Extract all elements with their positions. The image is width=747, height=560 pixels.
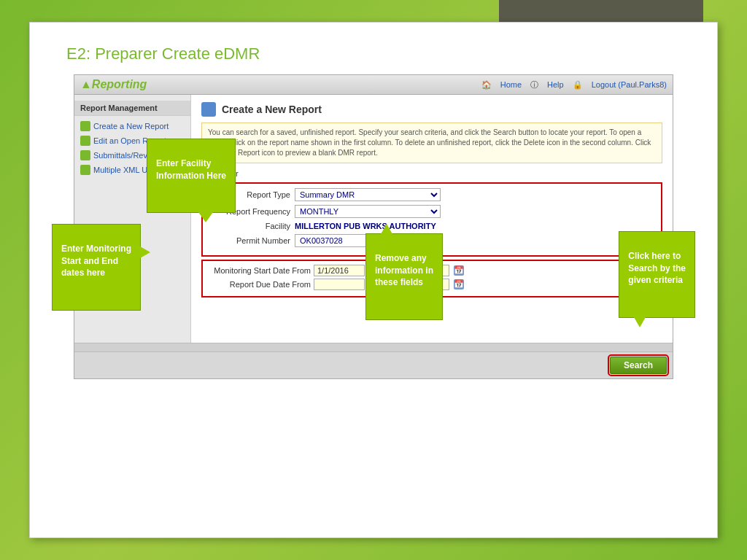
- submittals-icon: [80, 150, 90, 160]
- app-nav: 🏠 Home ⓘ Help 🔒 Logout (Paul.Parks8): [481, 79, 667, 90]
- app-bottom: Search: [74, 351, 673, 378]
- callout-facility-arrow: [198, 212, 213, 222]
- help-icon: ⓘ: [530, 79, 538, 90]
- slide-title: E2: Preparer Create eDMR: [30, 23, 717, 74]
- callout-search-arrow: [634, 317, 646, 327]
- report-due-end-cal-icon[interactable]: 📅: [454, 279, 464, 289]
- info-text: You can search for a saved, unfinished r…: [208, 128, 651, 157]
- app-logo: ▲Reporting: [80, 78, 147, 91]
- page-title: Create a New Report: [222, 104, 322, 115]
- callout-remove: Remove any information in these fields: [365, 233, 443, 320]
- report-type-select[interactable]: Summary DMR: [295, 188, 441, 201]
- monitoring-start-label: Monitoring Start Date From: [209, 266, 311, 275]
- home-link[interactable]: Home: [500, 80, 522, 89]
- app-header: ▲Reporting 🏠 Home ⓘ Help 🔒 Logout (Paul.…: [74, 75, 673, 95]
- xml-upload-icon: [80, 165, 90, 175]
- help-link[interactable]: Help: [547, 80, 564, 89]
- page-heading-icon: [201, 102, 216, 117]
- monitoring-start-from-input[interactable]: [314, 265, 365, 276]
- report-frequency-row: Report Frequency MONTHLY: [210, 205, 654, 218]
- permit-number-label: Permit Number: [210, 236, 290, 245]
- sidebar-item-create[interactable]: Create a New Report: [74, 119, 190, 133]
- callout-monitoring: Enter Monitoring Start and End dates her…: [52, 224, 141, 311]
- edit-report-icon: [80, 136, 90, 146]
- logout-icon: 🔒: [573, 80, 583, 90]
- app-window: ▲Reporting 🏠 Home ⓘ Help 🔒 Logout (Paul.…: [74, 74, 673, 379]
- info-box: You can search for a saved, unfinished r…: [201, 122, 662, 163]
- callout-remove-arrow: [381, 224, 392, 234]
- app-wrapper: ▲Reporting 🏠 Home ⓘ Help 🔒 Logout (Paul.…: [52, 74, 695, 379]
- facility-value: MILLERTON PUB WRKS AUTHORITY: [295, 222, 436, 230]
- page-heading: Create a New Report: [201, 102, 662, 117]
- create-report-icon: [80, 121, 90, 131]
- report-type-row: Report Type Summary DMR: [210, 188, 654, 201]
- monitoring-end-cal-icon[interactable]: 📅: [454, 265, 464, 276]
- logout-link[interactable]: Logout (Paul.Parks8): [592, 80, 667, 89]
- report-due-from-input[interactable]: [314, 279, 365, 290]
- report-due-label: Report Due Date From: [209, 280, 311, 289]
- facility-row: Facility MILLERTON PUB WRKS AUTHORITY: [210, 222, 654, 230]
- sidebar-section-title: Report Management: [74, 101, 190, 116]
- callout-facility: Enter Facility Information Here: [147, 139, 236, 213]
- callout-search: Click here to Search by the given criter…: [619, 231, 695, 318]
- slide-container: E2: Preparer Create eDMR ▲Reporting 🏠 Ho…: [29, 22, 718, 538]
- report-frequency-select[interactable]: MONTHLY: [295, 205, 441, 218]
- sidebar-create-label: Create a New Report: [93, 122, 169, 131]
- home-icon: 🏠: [481, 80, 492, 90]
- callout-monitoring-arrow: [140, 246, 150, 258]
- app-scrollbar: [74, 343, 673, 351]
- search-section-label: Search for: [201, 169, 662, 178]
- facility-label: Facility: [210, 222, 290, 230]
- search-button[interactable]: Search: [610, 357, 667, 374]
